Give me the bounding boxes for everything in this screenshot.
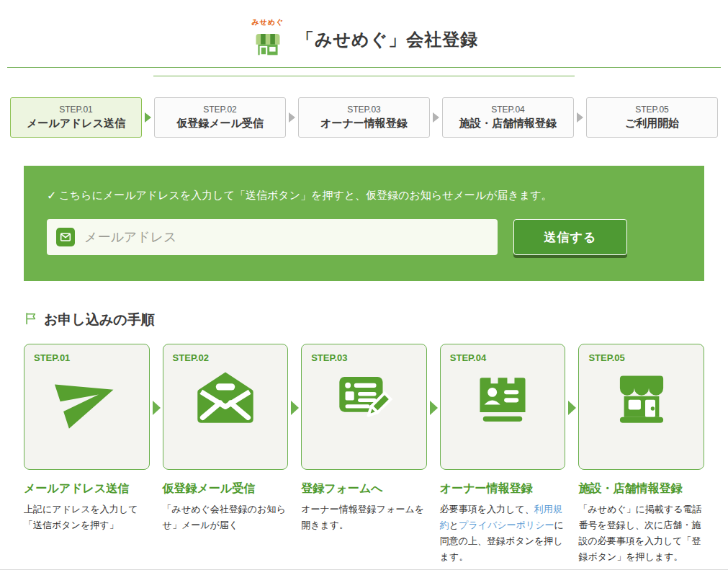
step-label: メールアドレス送信 bbox=[27, 116, 125, 130]
flag-icon bbox=[24, 311, 38, 329]
mail-icon bbox=[56, 228, 75, 246]
step-number: STEP.03 bbox=[347, 104, 380, 116]
stepbar-item-2: STEP.02 仮登録メール受信 bbox=[154, 97, 286, 138]
card-title: メールアドレス送信 bbox=[24, 481, 150, 496]
email-input-wrap bbox=[47, 219, 498, 255]
card-step-label: STEP.05 bbox=[588, 352, 694, 363]
form-edit-icon bbox=[311, 368, 417, 429]
stepbar-item-4: STEP.04 施設・店舗情報登録 bbox=[442, 97, 574, 138]
heading-text: お申し込みの手順 bbox=[44, 311, 155, 329]
description-text: と bbox=[449, 520, 459, 530]
step-progress-bar: STEP.01 メールアドレス送信 STEP.02 仮登録メール受信 STEP.… bbox=[0, 97, 728, 138]
description-text: 必要事項を入力して、 bbox=[440, 504, 534, 515]
card-step-label: STEP.03 bbox=[311, 352, 417, 363]
card-title: 仮登録メール受信 bbox=[163, 481, 289, 496]
step-label: ご利用開始 bbox=[625, 116, 679, 130]
stepbar-item-5: STEP.05 ご利用開始 bbox=[586, 97, 718, 138]
procedure-card-4: STEP.04 オーナー情報登録 必要事項を入力して、利用規約とプライバシーポリ… bbox=[440, 344, 566, 565]
step-label: オーナー情報登録 bbox=[320, 116, 408, 130]
card-title: 施設・店舗情報登録 bbox=[578, 481, 704, 496]
card-description: 必要事項を入力して、利用規約とプライバシーポリシーに同意の上、登録ボタンを押しま… bbox=[440, 502, 566, 565]
step-arrow-icon bbox=[145, 112, 151, 123]
card-title: 登録フォームへ bbox=[301, 481, 427, 496]
card-step-label: STEP.01 bbox=[34, 352, 140, 363]
privacy-policy-link[interactable]: プライバシーポリシー bbox=[459, 520, 554, 530]
card-description: 「みせめぐ会社登録のお知らせ」メールが届く bbox=[163, 502, 289, 533]
check-icon: ✓ bbox=[47, 189, 56, 202]
card-description: 「みせめぐ」に掲載する電話番号を登録し、次に店舗・施設の必要事項を入力して「登録… bbox=[578, 502, 704, 565]
paper-plane-icon bbox=[34, 368, 140, 429]
open-mail-icon bbox=[173, 368, 279, 429]
procedure-card-3: STEP.03 bbox=[301, 344, 427, 565]
step-arrow-icon bbox=[433, 112, 439, 123]
card-box: STEP.04 bbox=[440, 344, 566, 470]
store-icon bbox=[588, 368, 694, 429]
email-panel: ✓ こちらにメールアドレスを入力して「送信ボタン」を押すと、仮登録のお知らせメー… bbox=[24, 166, 704, 281]
step-number: STEP.01 bbox=[59, 104, 92, 116]
step-label: 仮登録メール受信 bbox=[176, 116, 264, 130]
card-step-label: STEP.02 bbox=[173, 352, 279, 363]
card-arrow-icon bbox=[568, 401, 576, 415]
logo: みせめぐ bbox=[250, 19, 286, 61]
card-arrow-icon bbox=[430, 401, 438, 415]
panel-notice: ✓ こちらにメールアドレスを入力して「送信ボタン」を押すと、仮登録のお知らせメー… bbox=[47, 189, 681, 202]
procedure-cards: STEP.01 メールアドレス送信 上記にアドレスを入力して「送信ボタンを押す」… bbox=[0, 344, 728, 565]
procedure-heading: お申し込みの手順 bbox=[24, 311, 704, 329]
notice-text: こちらにメールアドレスを入力して「送信ボタン」を押すと、仮登録のお知らせメールが… bbox=[58, 189, 552, 202]
step-number: STEP.04 bbox=[491, 104, 524, 116]
card-description: オーナー情報登録フォームを開きます。 bbox=[301, 502, 427, 533]
id-card-icon bbox=[450, 368, 556, 429]
card-title: オーナー情報登録 bbox=[440, 481, 566, 496]
header-divider bbox=[7, 67, 721, 68]
registration-page: みせめぐ 「みせめぐ」会社登録 STEP.01 メールアドレス送信 STE bbox=[0, 0, 728, 570]
card-arrow-icon bbox=[291, 401, 299, 415]
step-label: 施設・店舗情報登録 bbox=[459, 116, 557, 130]
logo-text: みせめぐ bbox=[251, 19, 284, 26]
email-row: 送信する bbox=[47, 219, 681, 255]
card-description: 上記にアドレスを入力して「送信ボタンを押す」 bbox=[24, 502, 150, 533]
card-box: STEP.05 bbox=[578, 344, 704, 470]
procedure-card-5: STEP.05 施設・店舗情報登録 「みせめぐ」に掲載する電話番号を登録し、次に… bbox=[578, 344, 704, 565]
step-number: STEP.02 bbox=[203, 104, 236, 116]
step-number: STEP.05 bbox=[635, 104, 668, 116]
page-title: 「みせめぐ」会社登録 bbox=[297, 28, 478, 51]
site-header: みせめぐ 「みせめぐ」会社登録 bbox=[0, 0, 728, 61]
card-arrow-icon bbox=[153, 401, 161, 415]
card-box: STEP.03 bbox=[301, 344, 427, 470]
store-logo-icon bbox=[250, 26, 286, 61]
card-box: STEP.01 bbox=[24, 344, 150, 470]
procedure-card-2: STEP.02 仮登録メール受信 「みせめぐ会社登録のお知らせ」メールが届く bbox=[163, 344, 289, 565]
card-box: STEP.02 bbox=[163, 344, 289, 470]
email-input[interactable] bbox=[84, 230, 488, 245]
procedure-card-1: STEP.01 メールアドレス送信 上記にアドレスを入力して「送信ボタンを押す」 bbox=[24, 344, 150, 565]
stepbar-item-1: STEP.01 メールアドレス送信 bbox=[10, 97, 142, 138]
step-arrow-icon bbox=[577, 112, 583, 123]
step-arrow-icon bbox=[289, 112, 295, 123]
card-step-label: STEP.04 bbox=[450, 352, 556, 363]
stepbar-item-3: STEP.03 オーナー情報登録 bbox=[298, 97, 430, 138]
submit-button[interactable]: 送信する bbox=[513, 219, 627, 255]
header-divider-short bbox=[153, 76, 575, 76]
